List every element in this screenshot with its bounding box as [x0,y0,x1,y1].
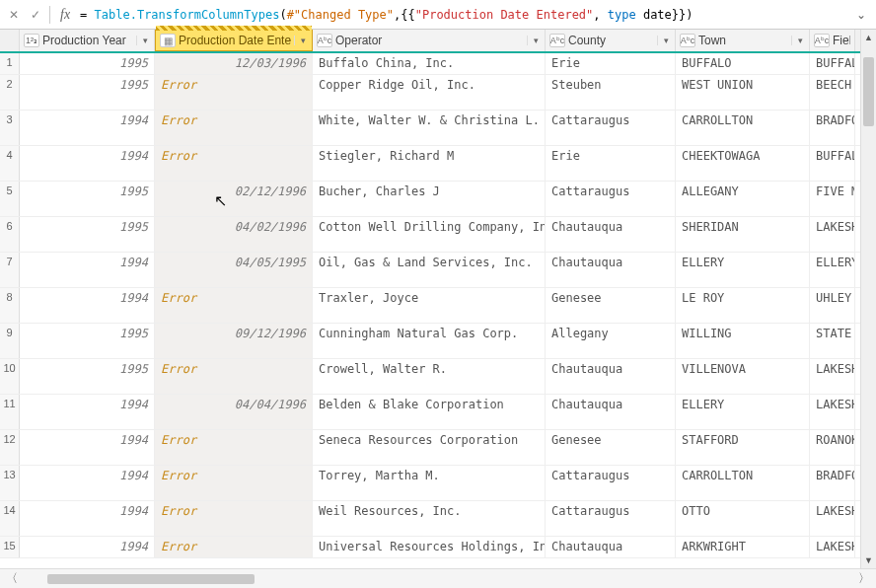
column-header-town[interactable]: Aᵇc Town ▾ [676,30,810,51]
row-number[interactable]: 6 [0,217,20,252]
cell-production-year[interactable]: 1994 [20,253,155,287]
scroll-left-icon[interactable]: 〈 [0,570,24,587]
row-number[interactable]: 1 [0,53,20,74]
cell-town[interactable]: BUFFALO [676,53,810,74]
cell-county[interactable]: Cattaraugus [546,501,676,536]
cell-town[interactable]: OTTO [676,501,810,536]
cell-county[interactable]: Steuben [546,75,676,110]
cell-production-year[interactable]: 1994 [20,288,155,323]
table-row[interactable]: 1199512/03/1996Buffalo China, Inc.ErieBU… [0,53,876,75]
table-row[interactable]: 131994ErrorTorrey, Martha M.CattaraugusC… [0,466,876,501]
cell-county[interactable]: Cattaraugus [546,466,676,500]
cell-production-date-entered[interactable]: 12/03/1996 [155,53,313,74]
row-number[interactable]: 11 [0,395,20,429]
row-number[interactable]: 14 [0,501,20,536]
cell-production-year[interactable]: 1995 [20,359,155,394]
column-header-operator[interactable]: Aᵇc Operator ▾ [313,30,546,51]
cell-operator[interactable]: Cotton Well Drilling Company, Inc. [313,217,546,252]
cell-field[interactable]: LAKESHO [810,217,855,252]
row-number[interactable]: 13 [0,466,20,500]
text-type-icon[interactable]: Aᵇc [549,34,565,47]
cell-production-date-entered[interactable]: Error [155,430,313,465]
cell-production-year[interactable]: 1995 [20,182,155,216]
cell-production-date-entered[interactable]: Error [155,466,313,500]
cell-town[interactable]: WILLING [676,324,810,358]
table-row[interactable]: 21995ErrorCopper Ridge Oil, Inc.SteubenW… [0,75,876,110]
commit-icon[interactable]: ✓ [28,7,43,23]
cell-town[interactable]: CHEEKTOWAGA [676,146,810,181]
cell-production-year[interactable]: 1994 [20,146,155,181]
cell-operator[interactable]: Crowell, Walter R. [313,359,546,394]
scroll-thumb[interactable] [863,57,874,126]
cell-operator[interactable]: Bucher, Charles J [313,182,546,216]
text-type-icon[interactable]: Aᵇc [317,34,332,47]
table-row[interactable]: 5199502/12/1996Bucher, Charles JCattarau… [0,182,876,217]
cell-production-year[interactable]: 1994 [20,466,155,500]
row-number[interactable]: 5 [0,182,20,216]
cell-production-year[interactable]: 1994 [20,110,155,145]
row-number[interactable]: 12 [0,430,20,465]
cell-county[interactable]: Genesee [546,288,676,323]
cell-field[interactable]: LAKESHO [810,359,855,394]
cell-production-date-entered[interactable]: Error [155,359,313,394]
cell-county[interactable]: Allegany [546,324,676,358]
cell-town[interactable]: STAFFORD [676,430,810,465]
cell-production-date-entered[interactable]: 02/12/1996 [155,182,313,216]
cell-county[interactable]: Genesee [546,430,676,465]
cell-field[interactable]: UHLEY C [810,288,855,323]
cell-production-date-entered[interactable]: Error [155,501,313,536]
cell-field[interactable]: STATE L [810,324,855,358]
scroll-thumb[interactable] [47,574,255,584]
row-number[interactable]: 7 [0,253,20,287]
scroll-track[interactable] [24,574,852,584]
cell-production-date-entered[interactable]: 04/02/1996 [155,217,313,252]
table-row[interactable]: 7199404/05/1995Oil, Gas & Land Services,… [0,253,876,288]
cell-field[interactable]: ELLERY [810,253,855,287]
cell-operator[interactable]: Copper Ridge Oil, Inc. [313,75,546,110]
chevron-down-icon[interactable]: ▾ [791,36,805,45]
table-row[interactable]: 41994ErrorStiegler, Richard MErieCHEEKTO… [0,146,876,182]
cell-field[interactable]: BUFFALO [810,53,855,74]
chevron-down-icon[interactable]: ▾ [657,36,671,45]
cell-field[interactable]: BUFFALO [810,146,855,181]
cell-operator[interactable]: Oil, Gas & Land Services, Inc. [313,253,546,287]
cell-production-date-entered[interactable]: 04/05/1995 [155,253,313,287]
vertical-scrollbar[interactable]: ▲ ▼ [860,30,876,568]
cell-county[interactable]: Erie [546,146,676,181]
cell-production-year[interactable]: 1995 [20,75,155,110]
table-row[interactable]: 11199404/04/1996Belden & Blake Corporati… [0,395,876,430]
cell-field[interactable]: LAKESHO [810,501,855,536]
cell-town[interactable]: CARROLLTON [676,110,810,145]
cell-operator[interactable]: Weil Resources, Inc. [313,501,546,536]
cell-production-date-entered[interactable]: Error [155,537,313,557]
cancel-icon[interactable]: ✕ [6,7,22,23]
row-number[interactable]: 15 [0,537,20,557]
table-row[interactable]: 9199509/12/1996Cunningham Natural Gas Co… [0,324,876,359]
row-number[interactable]: 3 [0,110,20,145]
cell-county[interactable]: Chautauqua [546,537,676,557]
cell-field[interactable]: ROANOKE [810,430,855,465]
scroll-down-icon[interactable]: ▼ [861,552,876,568]
column-header-production-year[interactable]: 1²₃ Production Year ▾ [20,30,155,51]
table-row[interactable]: 31994ErrorWhite, Walter W. & Christina L… [0,110,876,146]
cell-town[interactable]: LE ROY [676,288,810,323]
text-type-icon[interactable]: Aᵇc [680,34,695,47]
cell-production-year[interactable]: 1994 [20,395,155,429]
formula-input[interactable]: = Table.TransformColumnTypes(#"Changed T… [80,8,846,22]
number-type-icon[interactable]: 1²₃ [24,34,39,47]
row-number[interactable]: 8 [0,288,20,323]
cell-operator[interactable]: Torrey, Martha M. [313,466,546,500]
cell-town[interactable]: WEST UNION [676,75,810,110]
cell-operator[interactable]: White, Walter W. & Christina L. [313,110,546,145]
cell-production-year[interactable]: 1995 [20,324,155,358]
cell-production-date-entered[interactable]: 04/04/1996 [155,395,313,429]
text-type-icon[interactable]: Aᵇc [814,34,830,47]
data-grid[interactable]: 1199512/03/1996Buffalo China, Inc.ErieBU… [0,53,876,568]
cell-operator[interactable]: Seneca Resources Corporation [313,430,546,465]
cell-field[interactable]: FIVE MI [810,182,855,216]
scroll-up-icon[interactable]: ▲ [861,30,876,45]
cell-county[interactable]: Cattaraugus [546,110,676,145]
cell-production-year[interactable]: 1994 [20,430,155,465]
cell-county[interactable]: Chautauqua [546,359,676,394]
cell-county[interactable]: Chautauqua [546,217,676,252]
